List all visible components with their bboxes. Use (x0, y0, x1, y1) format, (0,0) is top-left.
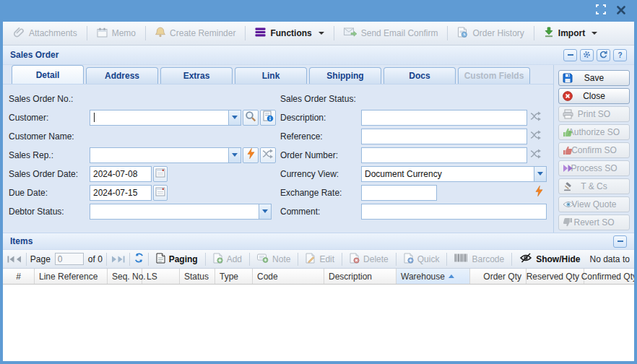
currency-view-combo[interactable] (361, 166, 547, 182)
column-header-type[interactable]: Type (215, 269, 253, 284)
debtor-status-input[interactable] (90, 204, 259, 220)
first-page-button[interactable] (7, 253, 14, 266)
attachments-button[interactable]: Attachments (9, 24, 82, 43)
form-right-column: Sales Order Status: Description: Referen… (277, 90, 553, 233)
tab-address[interactable]: Address (86, 67, 158, 84)
column-header-confirmed-qty[interactable]: Confirmed Qty (584, 269, 634, 284)
confirm-so-label: Confirm SO (571, 145, 617, 155)
page-number-input[interactable] (55, 253, 84, 265)
toolbar-separator (145, 26, 146, 40)
eye-slash-icon (519, 253, 532, 265)
save-button[interactable]: Save (558, 70, 630, 86)
exchange-rate-input[interactable] (361, 185, 437, 201)
window-titlebar[interactable] (0, 0, 637, 22)
order-number-input[interactable] (361, 147, 527, 163)
next-page-button[interactable] (110, 253, 118, 266)
paperclip-icon (14, 27, 25, 40)
refresh-panel-button[interactable] (597, 49, 610, 61)
sales-order-date-calendar-button[interactable] (153, 166, 168, 182)
sales-rep-combo[interactable] (90, 147, 241, 163)
sales-order-window: Attachments Memo Create Reminder Functio… (0, 0, 637, 364)
column-header-order-qty[interactable]: Order Qty (470, 269, 526, 284)
order-number-shuffle-button[interactable] (527, 147, 545, 163)
sales-rep-input[interactable] (90, 147, 228, 163)
debtor-status-dropdown-button[interactable] (259, 204, 272, 220)
double-arrow-purple-icon (563, 164, 573, 173)
currency-view-dropdown-button[interactable] (534, 166, 547, 182)
column-header-code[interactable]: Code (253, 269, 324, 284)
sales-rep-shuffle-button[interactable] (260, 147, 276, 163)
debtor-status-combo[interactable] (90, 204, 272, 220)
exchange-rate-lightning-button[interactable] (530, 185, 547, 201)
close-button[interactable]: Close (558, 88, 630, 104)
column-header-reserved-qty[interactable]: Reserved Qty (526, 269, 584, 284)
refresh-grid-button[interactable] (134, 253, 144, 266)
collapse-panel-button[interactable] (563, 49, 577, 61)
save-label: Save (584, 73, 604, 83)
sales-rep-lightning-button[interactable] (243, 147, 259, 163)
maximize-button[interactable] (596, 4, 606, 17)
create-reminder-button[interactable]: Create Reminder (150, 24, 240, 43)
order-history-button[interactable]: Order History (452, 24, 529, 43)
customer-info-button[interactable] (260, 110, 276, 126)
reference-input[interactable] (361, 129, 527, 144)
column-header-seq-no[interactable]: Seq. No. (108, 269, 142, 284)
import-button[interactable]: Import (539, 24, 602, 43)
comment-label: Comment: (280, 207, 361, 217)
chevron-down-icon (318, 32, 324, 35)
show-hide-columns-button[interactable]: Show/Hide (516, 251, 584, 266)
column-header-description[interactable]: Description (324, 269, 396, 284)
description-input[interactable] (361, 110, 527, 126)
column-header-ls[interactable]: LS (142, 269, 180, 284)
toolbar-separator (87, 26, 87, 40)
sales-rep-label: Sales Rep.: (9, 150, 90, 160)
tab-extras[interactable]: Extras (160, 67, 233, 84)
toolbar-separator (245, 26, 246, 40)
shuffle-arrows-icon (530, 149, 542, 162)
confirm-so-button: Confirm SO (558, 142, 630, 158)
column-header-line-reference[interactable]: Line Reference (35, 269, 108, 284)
barcode-button: Barcode (451, 252, 508, 266)
items-grid-header: # Line Reference Seq. No. LS Status Type… (3, 269, 634, 285)
memo-button[interactable]: Memo (92, 25, 141, 43)
close-window-button[interactable] (617, 4, 625, 17)
order-history-label: Order History (472, 28, 524, 38)
toolbar-separator (334, 26, 334, 40)
customer-input[interactable] (90, 110, 228, 126)
chevron-down-icon (537, 172, 543, 176)
customer-combo[interactable] (90, 110, 241, 126)
tab-detail[interactable]: Detail (12, 65, 84, 84)
currency-view-input[interactable] (361, 166, 534, 182)
due-date-calendar-button[interactable] (153, 185, 168, 201)
help-button[interactable]: ? (613, 49, 627, 61)
functions-button[interactable]: Functions (250, 25, 329, 42)
page-label: Page (30, 254, 51, 264)
barcode-icon (454, 254, 468, 264)
column-header-warehouse[interactable]: Warehouse (396, 269, 470, 284)
description-shuffle-button[interactable] (527, 110, 545, 126)
help-icon: ? (618, 51, 622, 59)
collapse-items-button[interactable] (613, 235, 627, 248)
column-header-index[interactable]: # (3, 269, 35, 284)
add-item-button: Add (209, 251, 246, 267)
gear-button[interactable] (580, 49, 594, 61)
sales-rep-dropdown-button[interactable] (228, 147, 241, 163)
tab-link[interactable]: Link (235, 67, 307, 84)
tab-docs[interactable]: Docs (384, 67, 456, 84)
due-date-input[interactable] (90, 185, 152, 201)
sales-order-date-input[interactable] (90, 166, 152, 182)
column-header-status[interactable]: Status (180, 269, 215, 284)
last-page-button[interactable] (118, 253, 125, 266)
paging-separator (298, 253, 298, 266)
form-region: Detail Address Extras Link Shipping Docs… (3, 65, 553, 233)
tab-shipping[interactable]: Shipping (309, 67, 381, 84)
reference-shuffle-button[interactable] (527, 129, 545, 144)
customer-search-button[interactable] (243, 110, 259, 126)
customer-dropdown-button[interactable] (228, 110, 241, 126)
comment-input[interactable] (361, 204, 547, 220)
prev-page-button[interactable] (14, 253, 22, 266)
paging-button[interactable]: Paging (152, 251, 202, 267)
items-grid-body[interactable] (3, 285, 634, 361)
send-email-confirm-button[interactable]: Send Email Confirm (339, 25, 443, 42)
calendar-icon (155, 186, 165, 199)
